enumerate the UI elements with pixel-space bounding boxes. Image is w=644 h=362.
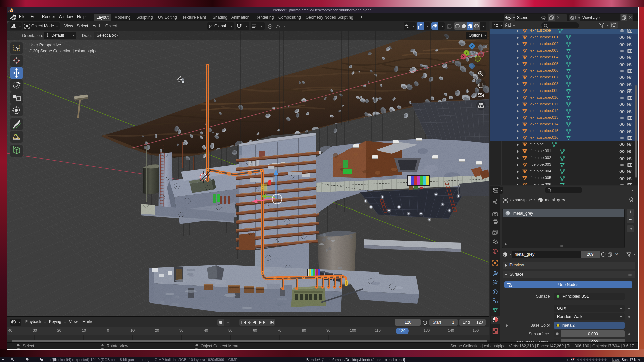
svg-text:X: X <box>462 55 465 59</box>
svg-text:Z: Z <box>471 44 473 48</box>
svg-text:Y: Y <box>465 51 468 55</box>
